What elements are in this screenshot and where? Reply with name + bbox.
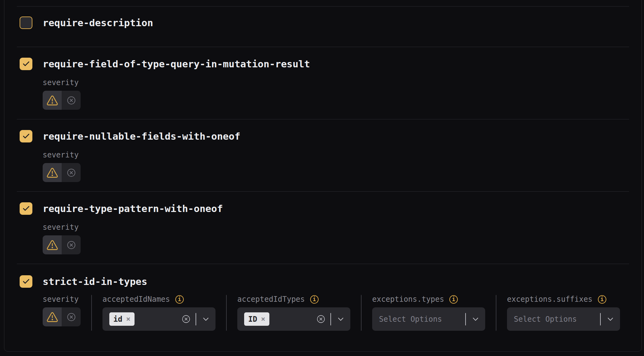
severity-label: severity xyxy=(43,223,629,232)
acceptedIdNames-multiselect[interactable]: id × xyxy=(102,307,215,331)
select-divider xyxy=(196,313,196,325)
rule-row-require-type-pattern-with-oneof: require-type-pattern-with-oneof severity xyxy=(17,191,629,264)
check-icon xyxy=(22,132,30,140)
rules-list: require-description require-field-of-typ… xyxy=(17,0,629,353)
open-dropdown-button[interactable] xyxy=(337,317,344,321)
option-field-exceptions-types: exceptions.types i Select Options xyxy=(372,295,485,331)
open-dropdown-button[interactable] xyxy=(607,317,614,321)
chevron-down-icon xyxy=(472,317,479,321)
open-dropdown-button[interactable] xyxy=(472,317,479,321)
severity-warn-button[interactable] xyxy=(43,307,62,326)
rule-checkbox[interactable] xyxy=(20,275,32,288)
rule-options-row: severity acceptedIdNames xyxy=(43,295,629,353)
severity-field: severity xyxy=(43,78,629,119)
tag-label: ID xyxy=(248,315,257,324)
option-field-acceptedIdNames: acceptedIdNames i id × xyxy=(102,295,215,331)
rule-name: require-type-pattern-with-oneof xyxy=(43,202,223,215)
tag-remove-icon[interactable]: × xyxy=(261,315,265,323)
severity-warn-button[interactable] xyxy=(43,235,62,254)
rule-row-require-description: require-description xyxy=(17,6,629,47)
off-icon xyxy=(67,240,76,250)
warning-icon xyxy=(46,95,58,106)
rule-row-require-field-of-type-query-in-mutation-result: require-field-of-type-query-in-mutation-… xyxy=(17,47,629,119)
severity-toggle xyxy=(43,235,81,254)
info-icon[interactable]: i xyxy=(310,295,319,304)
warning-icon xyxy=(46,312,58,322)
info-icon[interactable]: i xyxy=(449,295,458,304)
chevron-down-icon xyxy=(607,317,614,321)
off-icon xyxy=(67,168,76,177)
selected-tag: id × xyxy=(109,312,135,326)
severity-toggle xyxy=(43,91,81,110)
column-divider xyxy=(91,295,92,331)
severity-label: severity xyxy=(43,295,79,304)
option-label: exceptions.suffixes xyxy=(507,295,593,304)
check-icon xyxy=(22,204,30,213)
select-placeholder: Select Options xyxy=(379,315,442,324)
clear-icon xyxy=(182,315,191,324)
select-divider xyxy=(600,313,601,325)
rule-name: require-field-of-type-query-in-mutation-… xyxy=(43,58,310,70)
severity-field: severity xyxy=(43,295,81,331)
clear-all-button[interactable] xyxy=(182,315,191,324)
rule-name: strict-id-in-types xyxy=(43,275,147,288)
rule-checkbox[interactable] xyxy=(20,202,32,215)
option-label: exceptions.types xyxy=(372,295,444,304)
severity-label: severity xyxy=(43,151,629,159)
column-divider xyxy=(361,295,362,331)
exceptions-suffixes-multiselect[interactable]: Select Options xyxy=(507,307,620,331)
off-icon xyxy=(67,312,76,322)
rules-panel: require-description require-field-of-typ… xyxy=(4,0,642,352)
open-dropdown-button[interactable] xyxy=(202,317,209,321)
warning-icon xyxy=(46,240,58,250)
chevron-down-icon xyxy=(202,317,209,321)
check-icon xyxy=(22,277,30,286)
severity-field: severity xyxy=(43,223,629,264)
tag-remove-icon[interactable]: × xyxy=(126,315,130,323)
column-divider xyxy=(226,295,227,331)
severity-toggle xyxy=(43,307,81,326)
severity-off-button[interactable] xyxy=(62,307,81,326)
select-divider xyxy=(465,313,466,325)
acceptedIdTypes-multiselect[interactable]: ID × xyxy=(237,307,350,331)
severity-warn-button[interactable] xyxy=(43,91,62,110)
chevron-down-icon xyxy=(337,317,344,321)
severity-field: severity xyxy=(43,151,629,191)
severity-toggle xyxy=(43,163,81,182)
clear-all-button[interactable] xyxy=(316,315,325,324)
column-divider xyxy=(496,295,496,331)
severity-off-button[interactable] xyxy=(62,163,81,182)
severity-warn-button[interactable] xyxy=(43,163,62,182)
selected-tag: ID × xyxy=(244,312,269,326)
select-divider xyxy=(330,313,331,325)
option-field-exceptions-suffixes: exceptions.suffixes i Select Options xyxy=(507,295,620,331)
option-label: acceptedIdNames xyxy=(102,295,170,304)
warning-icon xyxy=(46,167,58,178)
rule-name: require-description xyxy=(43,17,153,29)
check-icon xyxy=(22,60,30,68)
option-label: acceptedIdTypes xyxy=(237,295,305,304)
severity-off-button[interactable] xyxy=(62,235,81,254)
tag-label: id xyxy=(113,315,122,324)
option-field-acceptedIdTypes: acceptedIdTypes i ID × xyxy=(237,295,350,331)
off-icon xyxy=(67,96,76,105)
rule-row-strict-id-in-types: strict-id-in-types severity xyxy=(17,264,629,353)
rule-row-require-nullable-fields-with-oneof: require-nullable-fields-with-oneof sever… xyxy=(17,119,629,191)
severity-off-button[interactable] xyxy=(62,91,81,110)
rule-checkbox[interactable] xyxy=(20,17,32,29)
rule-name: require-nullable-fields-with-oneof xyxy=(43,130,240,142)
exceptions-types-multiselect[interactable]: Select Options xyxy=(372,307,485,331)
rule-checkbox[interactable] xyxy=(20,130,32,142)
clear-icon xyxy=(316,315,325,324)
severity-label: severity xyxy=(43,78,629,87)
rule-checkbox[interactable] xyxy=(20,58,32,70)
info-icon[interactable]: i xyxy=(598,295,606,304)
select-placeholder: Select Options xyxy=(514,315,577,324)
info-icon[interactable]: i xyxy=(175,295,184,304)
